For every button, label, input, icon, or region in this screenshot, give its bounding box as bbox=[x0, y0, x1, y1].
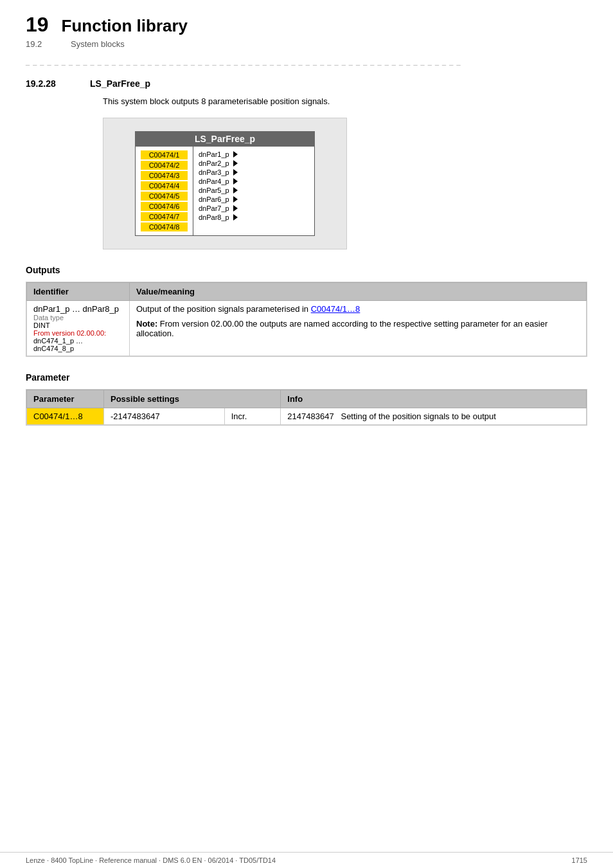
version-label: From version 02.00.00: bbox=[33, 329, 123, 337]
arrow-icon-1 bbox=[233, 151, 238, 158]
block-outputs: dnPar1_p dnPar2_p dnPar3_p dnPar4_p bbox=[193, 147, 314, 235]
param-info: 2147483647 Setting of the position signa… bbox=[281, 408, 587, 425]
divider: _ _ _ _ _ _ _ _ _ _ _ _ _ _ _ _ _ _ _ _ … bbox=[26, 58, 587, 66]
arrow-icon-3 bbox=[233, 169, 238, 176]
output-row-3: dnPar3_p bbox=[199, 168, 309, 176]
block-title: LS_ParFree_p bbox=[135, 131, 315, 147]
input-pin-8: C00474/8 bbox=[141, 222, 188, 231]
subchapter-number: 19.2 bbox=[26, 39, 58, 49]
outputs-col-value: Value/meaning bbox=[130, 283, 587, 301]
param-min: -2147483647 bbox=[104, 408, 225, 425]
output-row-8: dnPar8_p bbox=[199, 213, 309, 221]
output-row-5: dnPar5_p bbox=[199, 186, 309, 194]
param-max: 2147483647 bbox=[287, 411, 333, 421]
note-keyword: Note: bbox=[136, 319, 160, 329]
input-pin-1: C00474/1 bbox=[141, 150, 188, 159]
parameter-table-container: Parameter Possible settings Info C00474/… bbox=[26, 389, 587, 426]
description: This system block outputs 8 parameterisa… bbox=[103, 96, 587, 106]
output-row-4: dnPar4_p bbox=[199, 177, 309, 185]
outputs-identifier-cell: dnPar1_p … dnPar8_p Data type DINT From … bbox=[27, 301, 130, 356]
section-title: LS_ParFree_p bbox=[90, 78, 150, 89]
block-inputs: C00474/1 C00474/2 C00474/3 C00474/4 C004… bbox=[136, 147, 193, 235]
subchapter-title: System blocks bbox=[71, 39, 125, 49]
c00474-link[interactable]: C00474/1…8 bbox=[311, 304, 360, 314]
output-label-6: dnPar6_p bbox=[199, 195, 229, 203]
identifier-main: dnPar1_p … dnPar8_p bbox=[33, 304, 123, 314]
arrow-icon-7 bbox=[233, 205, 238, 212]
param-incr: Incr. bbox=[224, 408, 281, 425]
output-label-4: dnPar4_p bbox=[199, 177, 229, 185]
output-label-8: dnPar8_p bbox=[199, 213, 229, 221]
output-row-6: dnPar6_p bbox=[199, 195, 309, 203]
arrow-icon-5 bbox=[233, 187, 238, 194]
output-description: Output of the position signals parameter… bbox=[136, 304, 580, 314]
output-label-2: dnPar2_p bbox=[199, 159, 229, 167]
input-pin-2: C00474/2 bbox=[141, 161, 188, 170]
output-label-5: dnPar5_p bbox=[199, 186, 229, 194]
footer-right: 1715 bbox=[572, 856, 587, 864]
param-row-1: C00474/1…8 -2147483647 Incr. 2147483647 … bbox=[27, 408, 587, 425]
parameter-table: Parameter Possible settings Info C00474/… bbox=[26, 390, 587, 425]
input-pin-3: C00474/3 bbox=[141, 171, 188, 180]
outputs-table-container: Identifier Value/meaning dnPar1_p … dnPa… bbox=[26, 282, 587, 357]
param-name: C00474/1…8 bbox=[27, 408, 104, 425]
block-diagram: LS_ParFree_p C00474/1 C00474/2 C00474/3 … bbox=[103, 118, 347, 249]
arrow-icon-8 bbox=[233, 214, 238, 221]
data-type-label: Data type bbox=[33, 314, 123, 321]
version-id: dnC474_1_p … dnC474_8_p bbox=[33, 337, 123, 352]
param-col-parameter: Parameter bbox=[27, 390, 104, 408]
output-label-7: dnPar7_p bbox=[199, 204, 229, 212]
parameter-heading: Parameter bbox=[26, 372, 587, 383]
output-row-7: dnPar7_p bbox=[199, 204, 309, 212]
input-pin-4: C00474/4 bbox=[141, 181, 188, 190]
input-pin-5: C00474/5 bbox=[141, 192, 188, 201]
output-row-2: dnPar2_p bbox=[199, 159, 309, 167]
output-row-1: dnPar1_p bbox=[199, 150, 309, 158]
arrow-icon-4 bbox=[233, 178, 238, 185]
page-header: 19 Function library bbox=[26, 13, 587, 37]
footer-left: Lenze · 8400 TopLine · Reference manual … bbox=[26, 856, 276, 864]
chapter-title: Function library bbox=[62, 16, 188, 36]
arrow-icon-6 bbox=[233, 196, 238, 203]
input-pin-7: C00474/7 bbox=[141, 212, 188, 221]
outputs-table: Identifier Value/meaning dnPar1_p … dnPa… bbox=[26, 282, 587, 356]
outputs-row-1: dnPar1_p … dnPar8_p Data type DINT From … bbox=[27, 301, 587, 356]
note-container: Note: From version 02.00.00 the outputs … bbox=[136, 319, 580, 338]
outputs-col-identifier: Identifier bbox=[27, 283, 130, 301]
output-label-1: dnPar1_p bbox=[199, 150, 229, 158]
param-col-info: Info bbox=[281, 390, 587, 408]
chapter-number: 19 bbox=[26, 13, 49, 37]
arrow-icon-2 bbox=[233, 160, 238, 167]
dint-label: DINT bbox=[33, 321, 123, 329]
output-label-3: dnPar3_p bbox=[199, 168, 229, 176]
page-footer: Lenze · 8400 TopLine · Reference manual … bbox=[0, 852, 613, 868]
outputs-value-cell: Output of the position signals parameter… bbox=[130, 301, 587, 356]
outputs-heading: Outputs bbox=[26, 265, 587, 275]
note-text: From version 02.00.00 the outputs are na… bbox=[136, 319, 547, 338]
section-number: 19.2.28 bbox=[26, 78, 77, 89]
subheader: 19.2 System blocks bbox=[26, 39, 587, 49]
input-pin-6: C00474/6 bbox=[141, 202, 188, 211]
param-col-possible-settings: Possible settings bbox=[104, 390, 281, 408]
